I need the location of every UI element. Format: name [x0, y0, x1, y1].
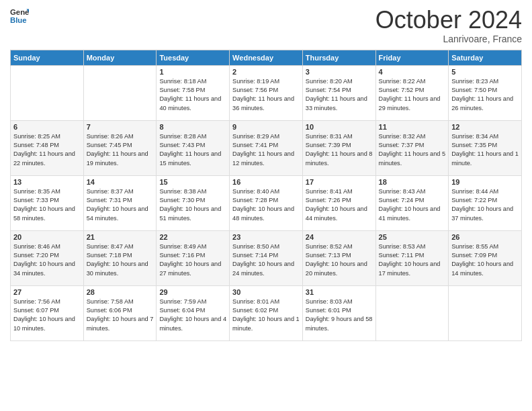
- sunset: Sunset: 7:37 PM: [379, 142, 425, 148]
- cell-0-6: 5Sunrise: 8:23 AMSunset: 7:50 PMDaylight…: [449, 65, 522, 120]
- cell-1-2: 8Sunrise: 8:28 AMSunset: 7:43 PMDaylight…: [157, 120, 230, 175]
- cell-content: Sunrise: 8:29 AMSunset: 7:41 PMDaylight:…: [232, 132, 300, 168]
- cell-3-3: 23Sunrise: 8:50 AMSunset: 7:14 PMDayligh…: [230, 230, 303, 285]
- header: General Blue October 2024 Lanrivoare, Fr…: [10, 7, 522, 44]
- cell-2-4: 17Sunrise: 8:41 AMSunset: 7:26 PMDayligh…: [302, 175, 375, 230]
- daylight: Daylight: 9 hours and 58 minutes.: [306, 316, 373, 331]
- sunrise: Sunrise: 8:47 AM: [87, 243, 134, 250]
- daylight: Daylight: 10 hours and 41 minutes.: [379, 205, 441, 221]
- sunset: Sunset: 7:16 PM: [159, 252, 205, 259]
- cell-content: Sunrise: 8:50 AMSunset: 7:14 PMDaylight:…: [232, 242, 300, 278]
- week-row-1: 6Sunrise: 8:25 AMSunset: 7:48 PMDaylight…: [11, 120, 522, 175]
- cell-1-4: 10Sunrise: 8:31 AMSunset: 7:39 PMDayligh…: [302, 120, 375, 175]
- sunrise: Sunrise: 8:26 AM: [87, 133, 134, 140]
- sunrise: Sunrise: 7:59 AM: [159, 298, 206, 305]
- daylight: Daylight: 10 hours and 17 minutes.: [379, 261, 441, 276]
- day-number: 14: [87, 178, 154, 186]
- daylight: Daylight: 11 hours and 29 minutes.: [379, 95, 441, 111]
- cell-content: Sunrise: 8:35 AMSunset: 7:33 PMDaylight:…: [13, 187, 81, 223]
- cell-4-5: [375, 285, 449, 340]
- sunset: Sunset: 7:31 PM: [87, 197, 132, 203]
- day-number: 24: [306, 233, 373, 241]
- cell-1-6: 12Sunrise: 8:34 AMSunset: 7:35 PMDayligh…: [449, 120, 522, 175]
- daylight: Daylight: 11 hours and 33 minutes.: [306, 95, 367, 111]
- col-thursday: Thursday: [302, 50, 375, 65]
- daylight: Daylight: 11 hours and 19 minutes.: [87, 150, 148, 166]
- cell-content: Sunrise: 8:34 AMSunset: 7:35 PMDaylight:…: [451, 132, 519, 168]
- daylight: Daylight: 11 hours and 15 minutes.: [159, 150, 221, 166]
- col-sunday: Sunday: [11, 50, 84, 65]
- day-number: 11: [379, 123, 446, 131]
- sunset: Sunset: 7:48 PM: [13, 142, 59, 148]
- cell-0-4: 3Sunrise: 8:20 AMSunset: 7:54 PMDaylight…: [302, 65, 375, 120]
- week-row-0: 1Sunrise: 8:18 AMSunset: 7:58 PMDaylight…: [11, 65, 522, 120]
- svg-text:Blue: Blue: [10, 16, 27, 24]
- sunset: Sunset: 7:18 PM: [87, 252, 132, 259]
- cell-content: Sunrise: 8:37 AMSunset: 7:31 PMDaylight:…: [87, 187, 154, 223]
- daylight: Daylight: 11 hours and 1 minute.: [451, 150, 519, 166]
- cell-2-2: 15Sunrise: 8:38 AMSunset: 7:30 PMDayligh…: [157, 175, 230, 230]
- sunset: Sunset: 7:50 PM: [451, 87, 497, 93]
- daylight: Daylight: 11 hours and 22 minutes.: [13, 150, 75, 166]
- day-number: 26: [451, 233, 519, 241]
- logo-icon: General Blue: [10, 7, 29, 26]
- day-number: 18: [379, 178, 446, 186]
- cell-4-1: 28Sunrise: 7:58 AMSunset: 6:06 PMDayligh…: [83, 285, 157, 340]
- cell-content: Sunrise: 8:28 AMSunset: 7:43 PMDaylight:…: [159, 132, 226, 168]
- col-monday: Monday: [83, 50, 157, 65]
- location: Lanrivoare, France: [375, 34, 522, 44]
- day-number: 23: [232, 233, 300, 241]
- cell-3-4: 24Sunrise: 8:52 AMSunset: 7:13 PMDayligh…: [302, 230, 375, 285]
- sunrise: Sunrise: 8:40 AM: [232, 188, 279, 195]
- sunset: Sunset: 7:41 PM: [232, 142, 278, 148]
- cell-4-6: [449, 285, 522, 340]
- daylight: Daylight: 10 hours and 37 minutes.: [451, 205, 513, 221]
- sunrise: Sunrise: 8:25 AM: [13, 133, 60, 140]
- sunset: Sunset: 7:56 PM: [232, 87, 278, 93]
- daylight: Daylight: 11 hours and 26 minutes.: [451, 95, 513, 111]
- sunset: Sunset: 7:33 PM: [13, 197, 59, 203]
- daylight: Daylight: 11 hours and 36 minutes.: [232, 95, 294, 111]
- sunset: Sunset: 6:06 PM: [87, 307, 132, 314]
- col-friday: Friday: [375, 50, 449, 65]
- cell-content: Sunrise: 8:47 AMSunset: 7:18 PMDaylight:…: [87, 242, 154, 278]
- sunrise: Sunrise: 8:50 AM: [232, 243, 279, 250]
- day-number: 15: [159, 178, 226, 186]
- sunrise: Sunrise: 8:23 AM: [451, 78, 498, 85]
- sunset: Sunset: 7:11 PM: [379, 252, 425, 259]
- sunrise: Sunrise: 8:37 AM: [87, 188, 134, 195]
- sunset: Sunset: 7:24 PM: [379, 197, 425, 203]
- cell-content: Sunrise: 8:26 AMSunset: 7:45 PMDaylight:…: [87, 132, 154, 168]
- sunrise: Sunrise: 8:03 AM: [306, 298, 353, 305]
- sunrise: Sunrise: 8:01 AM: [232, 298, 279, 305]
- sunset: Sunset: 6:04 PM: [159, 307, 205, 314]
- day-number: 1: [159, 68, 226, 76]
- sunset: Sunset: 7:26 PM: [306, 197, 351, 203]
- svg-text:General: General: [10, 8, 29, 16]
- cell-content: Sunrise: 8:25 AMSunset: 7:48 PMDaylight:…: [13, 132, 81, 168]
- sunrise: Sunrise: 8:53 AM: [379, 243, 426, 250]
- sunrise: Sunrise: 8:43 AM: [379, 188, 426, 195]
- col-tuesday: Tuesday: [157, 50, 230, 65]
- cell-content: Sunrise: 8:53 AMSunset: 7:11 PMDaylight:…: [379, 242, 446, 278]
- cell-content: Sunrise: 8:19 AMSunset: 7:56 PMDaylight:…: [232, 77, 300, 113]
- daylight: Daylight: 10 hours and 7 minutes.: [87, 316, 154, 331]
- day-number: 8: [159, 123, 226, 131]
- cell-1-5: 11Sunrise: 8:32 AMSunset: 7:37 PMDayligh…: [375, 120, 449, 175]
- cell-3-6: 26Sunrise: 8:55 AMSunset: 7:09 PMDayligh…: [449, 230, 522, 285]
- day-number: 25: [379, 233, 446, 241]
- cell-2-5: 18Sunrise: 8:43 AMSunset: 7:24 PMDayligh…: [375, 175, 449, 230]
- calendar-table: Sunday Monday Tuesday Wednesday Thursday…: [10, 50, 522, 341]
- cell-content: Sunrise: 8:49 AMSunset: 7:16 PMDaylight:…: [159, 242, 226, 278]
- sunrise: Sunrise: 8:22 AM: [379, 78, 426, 85]
- daylight: Daylight: 11 hours and 5 minutes.: [379, 150, 446, 166]
- daylight: Daylight: 10 hours and 14 minutes.: [451, 261, 513, 276]
- sunrise: Sunrise: 8:34 AM: [451, 133, 498, 140]
- sunset: Sunset: 7:54 PM: [306, 87, 351, 93]
- week-row-4: 27Sunrise: 7:56 AMSunset: 6:07 PMDayligh…: [11, 285, 522, 340]
- sunset: Sunset: 7:39 PM: [306, 142, 351, 148]
- cell-0-2: 1Sunrise: 8:18 AMSunset: 7:58 PMDaylight…: [157, 65, 230, 120]
- week-row-2: 13Sunrise: 8:35 AMSunset: 7:33 PMDayligh…: [11, 175, 522, 230]
- title-block: October 2024 Lanrivoare, France: [375, 7, 522, 44]
- calendar-page: General Blue October 2024 Lanrivoare, Fr…: [0, 0, 532, 411]
